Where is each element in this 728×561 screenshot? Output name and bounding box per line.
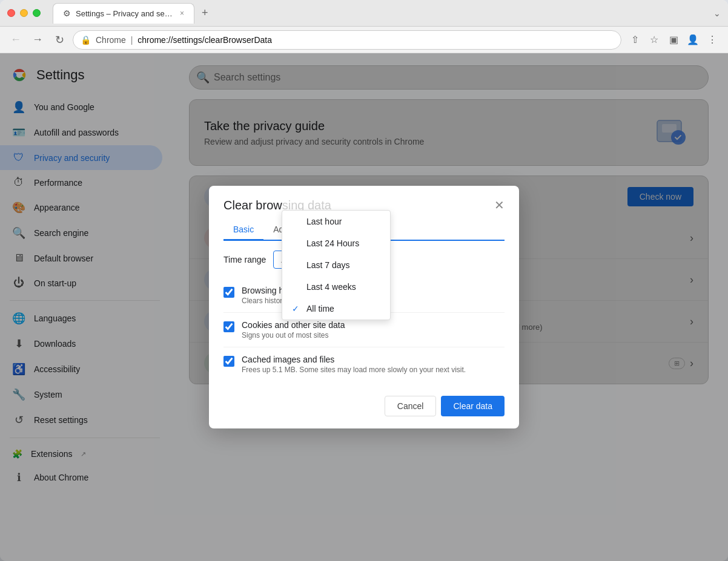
clear-data-button[interactable]: Clear data <box>441 396 505 416</box>
cached-title: Cached images and files <box>242 355 466 364</box>
dropdown-item-all-time[interactable]: ✓ All time <box>282 298 390 320</box>
clear-browsing-modal: Clear browsing data ✕ Basic Advanced Tim… <box>209 186 519 428</box>
cookies-checkbox-title: Cookies and other site data <box>242 320 345 330</box>
check-icon-last-7d <box>292 260 302 270</box>
traffic-lights <box>7 9 41 17</box>
lock-icon: 🔒 <box>81 35 91 45</box>
new-tab-button[interactable]: + <box>197 4 213 22</box>
checkbox-browsing-history-input[interactable] <box>223 287 234 298</box>
check-icon-all-time: ✓ <box>292 304 302 313</box>
checkbox-cached: Cached images and files Frees up 5.1 MB.… <box>223 347 505 381</box>
cancel-button[interactable]: Cancel <box>385 396 437 416</box>
cookies-checkbox-subtitle: Signs you out of most sites <box>242 331 345 340</box>
minimize-traffic-light[interactable] <box>20 9 28 17</box>
check-icon-last-24h <box>292 238 302 248</box>
share-button[interactable]: ⇧ <box>626 31 643 48</box>
bookmark-button[interactable]: ☆ <box>646 31 663 48</box>
tab-favicon-gear: ⚙ <box>63 8 71 18</box>
close-traffic-light[interactable] <box>7 9 15 17</box>
modal-overlay: Clear browsing data ✕ Basic Advanced Tim… <box>0 53 728 561</box>
tab-basic[interactable]: Basic <box>223 220 263 241</box>
tab-close-button[interactable]: × <box>180 9 184 18</box>
modal-header: Clear browsing data ✕ <box>209 186 519 212</box>
address-bar[interactable]: 🔒 Chrome | chrome://settings/clearBrowse… <box>73 30 621 50</box>
cached-subtitle: Frees up 5.1 MB. Some sites may load mor… <box>242 366 466 374</box>
active-tab[interactable]: ⚙ Settings – Privacy and securi... × <box>53 3 194 24</box>
modal-close-button[interactable]: ✕ <box>494 198 505 212</box>
time-range-label: Time range <box>223 255 266 264</box>
tab-title: Settings – Privacy and securi... <box>76 9 173 18</box>
forward-button[interactable]: → <box>29 31 46 48</box>
checkbox-cached-input[interactable] <box>223 356 234 367</box>
dropdown-item-last-7d[interactable]: Last 7 days <box>282 254 390 276</box>
time-range-dropdown: Last hour Last 24 Hours Last 7 days Last… <box>282 210 391 320</box>
dropdown-item-last-24h[interactable]: Last 24 Hours <box>282 232 390 254</box>
menu-button[interactable]: ⋮ <box>704 31 721 48</box>
title-bar: ⚙ Settings – Privacy and securi... × + ⌄ <box>0 0 728 27</box>
nav-bar: ← → ↻ 🔒 Chrome | chrome://settings/clear… <box>0 27 728 53</box>
profile-button[interactable]: 👤 <box>684 31 701 48</box>
cached-label: Cached images and files Frees up 5.1 MB.… <box>242 355 466 374</box>
address-text: Chrome | chrome://settings/clearBrowserD… <box>96 35 614 45</box>
window-expand[interactable]: ⌄ <box>713 8 721 18</box>
modal-footer: Cancel Clear data <box>209 386 519 428</box>
time-range-row: Time range Last hour Last 24 Hours Last … <box>209 241 519 274</box>
back-button[interactable]: ← <box>7 31 24 48</box>
tab-bar: ⚙ Settings – Privacy and securi... × + <box>53 3 709 24</box>
check-icon-last-4w <box>292 282 302 292</box>
checkbox-cookies-input[interactable] <box>223 321 234 332</box>
check-icon-last-hour <box>292 217 302 226</box>
nav-icons: ⇧ ☆ ▣ 👤 ⋮ <box>626 31 721 48</box>
maximize-traffic-light[interactable] <box>33 9 41 17</box>
dropdown-item-last-4w[interactable]: Last 4 weeks <box>282 276 390 298</box>
tab-view-button[interactable]: ▣ <box>665 31 682 48</box>
cookies-label: Cookies and other site data Signs you ou… <box>242 320 345 340</box>
reload-button[interactable]: ↻ <box>51 31 68 48</box>
dropdown-item-last-hour[interactable]: Last hour <box>282 211 390 232</box>
